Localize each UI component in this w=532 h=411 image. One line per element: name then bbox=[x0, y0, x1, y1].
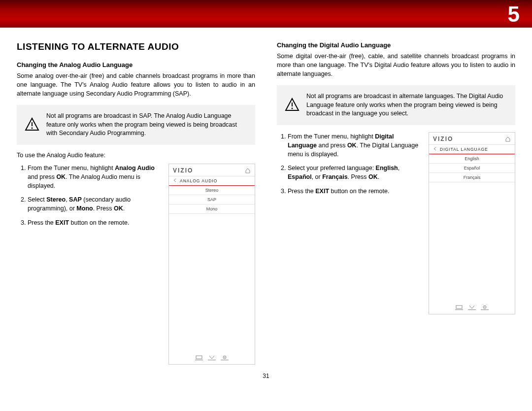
menu-title: ANALOG AUDIO bbox=[180, 178, 217, 183]
svg-rect-2 bbox=[196, 356, 202, 359]
right-steps: From the Tuner menu, highlight Digital L… bbox=[277, 132, 420, 201]
menu-back-row: DIGITAL LANGUAGE bbox=[429, 145, 515, 154]
t: EXIT bbox=[315, 188, 329, 195]
right-warning-box: Not all programs are broadcast in altern… bbox=[277, 85, 515, 125]
t: SAP bbox=[69, 196, 82, 203]
analog-audio-menu: VIZIO ANALOG AUDIO Stereo SAP Mono bbox=[168, 164, 255, 365]
menu-brand: VIZIO bbox=[173, 167, 193, 174]
t: Stereo bbox=[46, 196, 66, 203]
left-step-2: Select Stereo, SAP (secondary audio prog… bbox=[28, 195, 160, 213]
t: OK bbox=[114, 205, 123, 212]
menu-header: VIZIO bbox=[429, 133, 515, 145]
left-steps: From the Tuner menu, highlight Analog Au… bbox=[17, 164, 160, 232]
t: and press bbox=[28, 173, 56, 180]
menu-brand: VIZIO bbox=[433, 136, 453, 142]
t: English bbox=[376, 165, 398, 171]
svg-point-4 bbox=[224, 357, 225, 358]
menu-back-row: ANALOG AUDIO bbox=[169, 176, 255, 186]
t: Select your preferred language: bbox=[288, 165, 376, 171]
left-warning-text: Not all programs are broadcast in SAP. T… bbox=[46, 112, 247, 138]
t: , bbox=[398, 165, 399, 171]
t: From the Tuner menu, highlight bbox=[28, 165, 115, 171]
t: EXIT bbox=[55, 219, 69, 226]
v-icon bbox=[468, 305, 476, 310]
home-icon bbox=[245, 168, 251, 173]
svg-point-6 bbox=[292, 107, 293, 109]
t: Mono bbox=[76, 205, 93, 212]
menu-item-espanol: Español bbox=[429, 164, 515, 173]
t: Analog Audio bbox=[115, 165, 155, 171]
menu-item-stereo: Stereo bbox=[169, 186, 255, 195]
t: Press the bbox=[28, 219, 55, 226]
t: Press the bbox=[288, 188, 315, 195]
t: Español bbox=[288, 173, 312, 180]
left-steps-row: From the Tuner menu, highlight Analog Au… bbox=[17, 164, 255, 365]
warning-icon bbox=[285, 98, 299, 113]
t: . bbox=[123, 205, 125, 212]
back-icon bbox=[173, 178, 177, 183]
menu-item-mono: Mono bbox=[169, 205, 255, 214]
svg-point-1 bbox=[32, 127, 33, 129]
left-column: LISTENING TO ALTERNATE AUDIO Changing th… bbox=[17, 41, 255, 365]
wide-icon bbox=[195, 355, 203, 360]
menu-item-sap: SAP bbox=[169, 195, 255, 205]
left-warning-box: Not all programs are broadcast in SAP. T… bbox=[17, 105, 255, 145]
svg-point-9 bbox=[484, 307, 485, 308]
home-icon bbox=[505, 136, 511, 142]
t: , or bbox=[312, 173, 323, 180]
t: Français bbox=[322, 173, 347, 180]
menu-title: DIGITAL LANGUAGE bbox=[440, 147, 488, 152]
left-lead: To use the Analog Audio feature: bbox=[17, 152, 255, 159]
chapter-number: 5 bbox=[508, 2, 520, 27]
left-intro: Some analog over-the-air (free) and cabl… bbox=[17, 71, 255, 98]
t: OK bbox=[56, 173, 66, 180]
left-step-1: From the Tuner menu, highlight Analog Au… bbox=[28, 164, 160, 190]
t: . Press bbox=[93, 205, 114, 212]
t: . bbox=[378, 173, 379, 180]
t: and press bbox=[317, 142, 347, 149]
right-step-2: Select your preferred language: English,… bbox=[288, 164, 420, 181]
menu-header: VIZIO bbox=[169, 164, 255, 176]
t: Select bbox=[28, 196, 46, 203]
t: button on the remote. bbox=[329, 188, 389, 195]
menu-item-francais: Français bbox=[429, 173, 515, 182]
t: . Press bbox=[348, 173, 368, 180]
wide-icon bbox=[455, 305, 463, 310]
gear-icon bbox=[221, 355, 229, 360]
menu-footer-icons bbox=[169, 352, 255, 360]
warning-icon bbox=[25, 117, 39, 133]
right-step-3: Press the EXIT button on the remote. bbox=[288, 187, 420, 196]
back-icon bbox=[433, 147, 437, 152]
gear-icon bbox=[481, 305, 489, 310]
menu-footer-icons bbox=[429, 302, 515, 310]
right-steps-row: From the Tuner menu, highlight Digital L… bbox=[277, 132, 515, 314]
t: OK bbox=[347, 142, 357, 149]
right-warning-text: Not all programs are broadcast in altern… bbox=[306, 92, 507, 118]
right-column: Changing the Digital Audio Language Some… bbox=[277, 41, 515, 365]
page-content: LISTENING TO ALTERNATE AUDIO Changing th… bbox=[0, 28, 532, 370]
t: OK bbox=[368, 173, 378, 180]
v-icon bbox=[208, 355, 216, 360]
left-step-3: Press the EXIT button on the remote. bbox=[28, 218, 160, 227]
svg-rect-7 bbox=[456, 306, 462, 308]
right-step-1: From the Tuner menu, highlight Digital L… bbox=[288, 132, 420, 159]
right-subheading: Changing the Digital Audio Language bbox=[277, 41, 515, 49]
page-number: 31 bbox=[0, 373, 532, 379]
t: From the Tuner menu, highlight bbox=[288, 133, 375, 140]
digital-language-menu: VIZIO DIGITAL LANGUAGE English Español F… bbox=[429, 132, 515, 314]
section-title: LISTENING TO ALTERNATE AUDIO bbox=[17, 41, 255, 52]
left-subheading: Changing the Analog Audio Language bbox=[17, 61, 255, 68]
chapter-banner: 5 bbox=[0, 0, 532, 28]
t: button on the remote. bbox=[69, 219, 129, 226]
right-intro: Some digital over-the-air (free), cable,… bbox=[277, 52, 515, 78]
menu-item-english: English bbox=[429, 154, 515, 164]
